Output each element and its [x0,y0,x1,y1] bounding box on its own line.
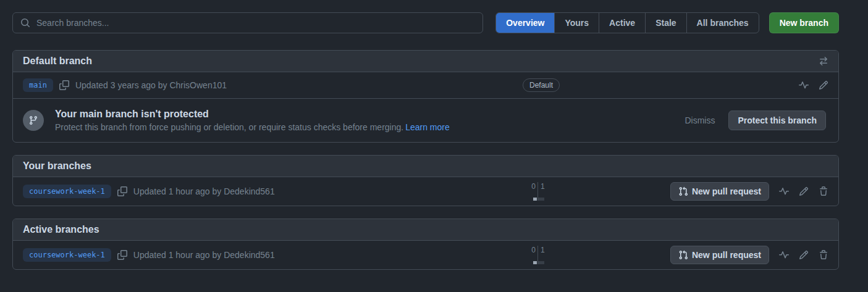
branch-link-coursework-week-1[interactable]: coursework-week-1 [23,185,111,198]
git-branch-icon [23,110,44,131]
trash-icon [819,250,828,260]
copy-icon [59,80,69,90]
pulse-icon [799,80,809,90]
delete-branch-button[interactable] [819,250,828,260]
default-badge: Default [523,78,560,92]
rename-branch-button[interactable] [799,250,809,260]
rename-branch-button[interactable] [819,80,828,90]
tab-stale[interactable]: Stale [645,13,686,33]
branch-updated-text: Updated 3 years ago by ChrisOwen101 [75,80,227,90]
copy-branch-name-button[interactable] [117,250,127,260]
copy-branch-name-button[interactable] [117,186,127,196]
section-title-active-branches: Active branches [23,224,99,235]
branch-updated-text: Updated 1 hour ago by Dedekind561 [133,186,275,196]
branch-row-main: main Updated 3 years ago by ChrisOwen101… [13,72,838,98]
branch-activity-button[interactable] [799,80,809,90]
delete-branch-button[interactable] [819,186,828,196]
pencil-icon [819,80,828,90]
branch-protection-notice: Your main branch isn't protected Protect… [13,98,838,142]
ahead-bar [538,198,544,201]
branch-row-actions: New pull request [670,246,828,264]
arrow-switch-icon [819,56,828,66]
tab-active[interactable]: Active [599,13,645,33]
your-branches-header: Your branches [13,156,838,177]
branch-row-actions: New pull request [670,182,828,201]
branch-link-main[interactable]: main [23,78,53,92]
learn-more-link[interactable]: Learn more [405,122,450,132]
active-branches-section: Active branches coursework-week-1 Update… [12,219,839,270]
trash-icon [819,186,828,196]
branch-info: coursework-week-1 Updated 1 hour ago by … [23,248,275,262]
ahead-behind-indicator: 0 1 [523,246,554,264]
branch-row-coursework-week-1: coursework-week-1 Updated 1 hour ago by … [13,177,838,206]
behind-bar [533,261,537,264]
active-branches-header: Active branches [13,219,838,241]
default-branch-section: Default branch main Updated 3 years ago … [12,50,839,143]
branch-row-actions [799,80,828,90]
your-branches-section: Your branches coursework-week-1 Updated … [12,155,839,206]
copy-branch-name-button[interactable] [59,80,69,90]
rename-branch-button[interactable] [799,186,809,196]
branch-activity-button[interactable] [779,250,789,260]
behind-bar [533,198,537,201]
search-branches-box[interactable] [12,12,483,33]
pulse-icon [779,186,789,196]
behind-count: 0 [531,246,536,254]
git-pull-request-icon [678,250,688,260]
behind-count: 0 [531,182,536,191]
pencil-icon [799,250,809,260]
new-branch-button[interactable]: New branch [769,12,839,33]
branch-info: main Updated 3 years ago by ChrisOwen101 [23,78,227,92]
change-default-branch-button[interactable] [819,56,828,66]
tab-yours[interactable]: Yours [554,13,599,33]
notice-description-text: Protect this branch from force pushing o… [55,122,403,132]
git-pull-request-icon [678,186,688,196]
pulse-icon [779,250,789,260]
ahead-behind-indicator: 0 1 [523,182,554,201]
new-pull-request-button[interactable]: New pull request [670,182,769,201]
default-branch-header: Default branch [13,51,838,72]
copy-icon [117,250,127,260]
branches-page: Overview Yours Active Stale All branches… [0,0,856,270]
copy-icon [117,186,127,196]
pencil-icon [799,186,809,196]
branch-info: coursework-week-1 Updated 1 hour ago by … [23,185,275,198]
new-pull-request-button[interactable]: New pull request [670,246,769,264]
section-title-your-branches: Your branches [23,161,91,172]
search-icon [20,18,30,28]
dismiss-button[interactable]: Dismiss [685,115,715,125]
search-branches-input[interactable] [35,17,475,28]
notice-title: Your main branch isn't protected [55,109,673,120]
ahead-bar [538,261,544,264]
ahead-count: 1 [541,246,545,254]
ahead-count: 1 [541,182,545,191]
branch-row-mid: Default [523,78,560,92]
tab-all-branches[interactable]: All branches [686,13,759,33]
protect-branch-button[interactable]: Protect this branch [728,111,826,130]
branch-row-coursework-week-1: coursework-week-1 Updated 1 hour ago by … [13,241,838,269]
branch-updated-text: Updated 1 hour ago by Dedekind561 [133,250,275,260]
toolbar: Overview Yours Active Stale All branches… [12,12,839,33]
branch-filter-tabs: Overview Yours Active Stale All branches [495,12,759,33]
notice-actions: Dismiss Protect this branch [685,111,828,130]
branch-link-coursework-week-1[interactable]: coursework-week-1 [23,248,111,262]
section-title-default-branch: Default branch [23,56,92,67]
new-pull-request-label: New pull request [692,250,761,260]
notice-body: Your main branch isn't protected Protect… [55,109,673,132]
new-pull-request-label: New pull request [692,186,761,196]
branch-activity-button[interactable] [779,186,789,196]
notice-description: Protect this branch from force pushing o… [55,122,673,132]
tab-overview[interactable]: Overview [496,13,554,33]
